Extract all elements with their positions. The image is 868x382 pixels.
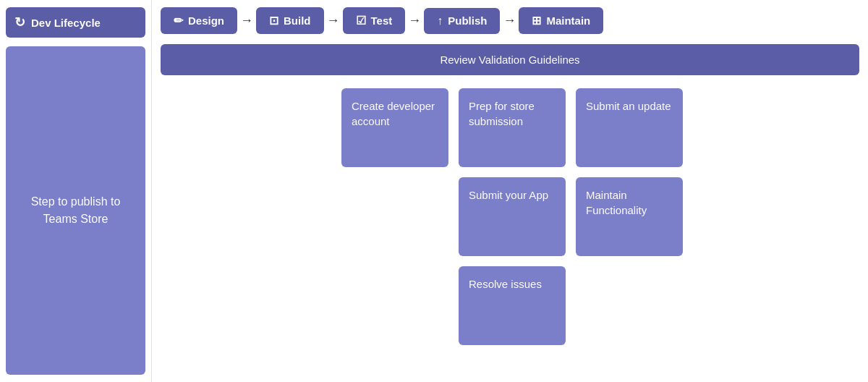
publish-icon xyxy=(437,14,443,27)
arrow-1: → xyxy=(240,13,253,28)
card-submit-your-app-label: Submit your App xyxy=(469,187,548,203)
sidebar-header-label: Dev Lifecycle xyxy=(31,17,101,29)
review-banner[interactable]: Review Validation Guidelines xyxy=(161,44,859,75)
nav-build-label: Build xyxy=(284,14,311,27)
nav-test-label: Test xyxy=(371,14,393,27)
card-create-dev-account[interactable]: Create developer account xyxy=(341,88,448,167)
sidebar-content-label: Step to publish to Teams Store xyxy=(20,193,131,228)
nav-publish[interactable]: Publish xyxy=(424,8,500,34)
card-prep-store-submission[interactable]: Prep for store submission xyxy=(459,88,566,167)
top-nav: Design → Build → Test → Publish → Mainta… xyxy=(161,7,859,34)
cards-column-2: Prep for store submission Submit your Ap… xyxy=(459,88,566,345)
sidebar-header[interactable]: Dev Lifecycle xyxy=(6,7,145,38)
card-create-dev-account-label: Create developer account xyxy=(352,98,438,129)
card-resolve-issues-label: Resolve issues xyxy=(469,276,542,292)
nav-design[interactable]: Design xyxy=(161,7,237,34)
card-maintain-functionality[interactable]: Maintain Functionality xyxy=(576,177,683,256)
cards-column-3: Submit an update Maintain Functionality xyxy=(576,88,683,345)
nav-maintain[interactable]: Maintain xyxy=(519,7,603,34)
build-icon xyxy=(269,14,278,27)
arrow-4: → xyxy=(503,13,516,28)
card-prep-store-submission-label: Prep for store submission xyxy=(469,98,556,129)
sidebar-content: Step to publish to Teams Store xyxy=(6,46,145,375)
nav-maintain-label: Maintain xyxy=(546,14,590,27)
sidebar: Dev Lifecycle Step to publish to Teams S… xyxy=(0,0,152,382)
refresh-icon xyxy=(14,14,25,30)
cards-column-1: Create developer account xyxy=(341,88,448,345)
cards-area: Create developer account Prep for store … xyxy=(341,88,859,345)
arrow-2: → xyxy=(327,13,340,28)
nav-build[interactable]: Build xyxy=(256,7,324,34)
card-submit-update[interactable]: Submit an update xyxy=(576,88,683,167)
nav-test[interactable]: Test xyxy=(343,7,406,34)
main-content: Design → Build → Test → Publish → Mainta… xyxy=(152,0,868,382)
review-banner-label: Review Validation Guidelines xyxy=(440,54,579,66)
card-resolve-issues[interactable]: Resolve issues xyxy=(459,266,566,345)
test-icon xyxy=(356,14,366,27)
nav-design-label: Design xyxy=(188,14,224,27)
nav-publish-label: Publish xyxy=(448,14,487,27)
maintain-icon xyxy=(532,14,541,27)
arrow-3: → xyxy=(408,13,421,28)
design-icon xyxy=(174,14,183,27)
card-submit-your-app[interactable]: Submit your App xyxy=(459,177,566,256)
card-submit-update-label: Submit an update xyxy=(586,98,671,114)
card-maintain-functionality-label: Maintain Functionality xyxy=(586,187,673,218)
